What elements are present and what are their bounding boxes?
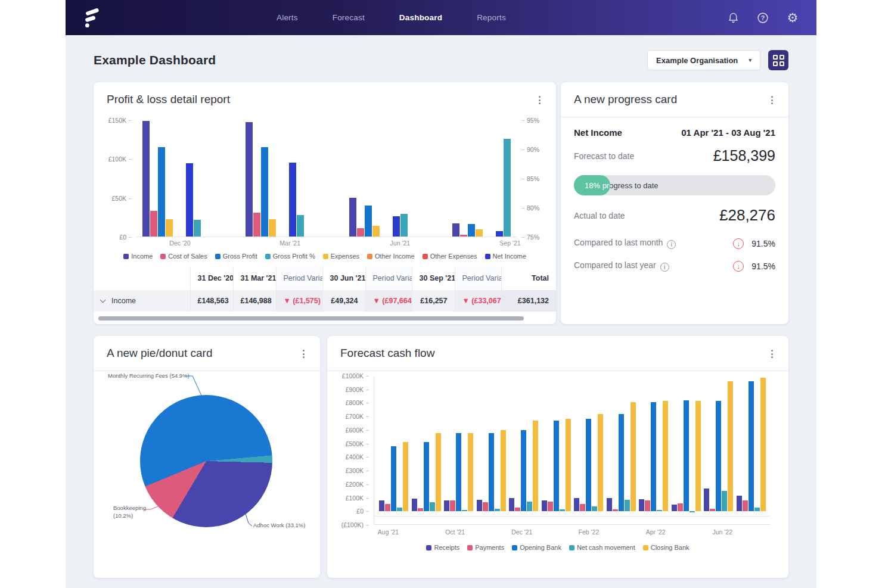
bar-group bbox=[737, 376, 766, 524]
column-header: 30 Jun '21 bbox=[322, 266, 365, 290]
bar-gross-profit bbox=[194, 220, 201, 237]
legend-swatch bbox=[467, 545, 473, 550]
futrli-logo[interactable] bbox=[82, 7, 103, 29]
app-frame: AlertsForecastDashboardReports ? ⚙ Examp… bbox=[66, 0, 816, 588]
pie-chart: Monthly Recurring Fees (54.9%)Bookkeepin… bbox=[94, 371, 320, 571]
bar-income bbox=[349, 198, 356, 237]
y-tick-label: 85% bbox=[521, 175, 539, 182]
legend-item-expenses: Expenses bbox=[323, 253, 359, 260]
legend-item-net-cash-movement: Net cash movement bbox=[569, 544, 635, 551]
bar-group bbox=[452, 139, 511, 237]
row-label[interactable]: Income bbox=[94, 290, 190, 312]
bar-group bbox=[379, 376, 408, 524]
bar-receipts bbox=[672, 505, 677, 511]
table-cell: ▼ (£1,575) bbox=[276, 290, 322, 312]
bar-group bbox=[542, 376, 571, 524]
bar-opening-bank bbox=[749, 381, 754, 511]
pnl-right-axis: 95%90%85%80%75% bbox=[519, 120, 543, 237]
logo-mark-icon bbox=[82, 7, 100, 29]
bar-gross-profit bbox=[504, 139, 511, 237]
down-arrow-icon: ↓ bbox=[733, 261, 744, 272]
x-tick-label: Sep '21 bbox=[459, 239, 518, 248]
bar-expenses bbox=[269, 219, 276, 237]
dashboard-grid-button[interactable] bbox=[768, 50, 788, 70]
table-cell: ▼ (£33,067) bbox=[455, 290, 501, 312]
bar-payments bbox=[483, 502, 488, 511]
bar-opening-bank bbox=[586, 419, 591, 512]
nav-link-dashboard[interactable]: Dashboard bbox=[399, 13, 442, 22]
info-icon[interactable]: i bbox=[667, 240, 676, 249]
svg-text:?: ? bbox=[761, 14, 765, 21]
bar-receipts bbox=[639, 499, 644, 512]
info-icon[interactable]: i bbox=[660, 263, 669, 272]
legend-item-other-expenses: Other Expenses bbox=[423, 253, 477, 260]
bar-group bbox=[412, 376, 441, 524]
x-tick-label bbox=[541, 528, 570, 537]
pnl-x-axis: Dec '20Mar '21Jun '21Sep '21 bbox=[129, 239, 518, 248]
y-tick-label: 90% bbox=[521, 146, 539, 153]
bar-receipts bbox=[509, 498, 514, 511]
compared-year-value: 91.5% bbox=[751, 262, 775, 271]
x-tick-label: Apr '22 bbox=[641, 528, 670, 537]
y-tick-label: £150K bbox=[108, 117, 132, 124]
pie-connector-lines bbox=[94, 371, 320, 571]
x-tick-label bbox=[407, 528, 436, 537]
legend-swatch bbox=[323, 254, 328, 259]
bar-net-cash-movement bbox=[495, 509, 500, 512]
y-tick-label: £100K bbox=[108, 155, 132, 163]
bar-gross-profit bbox=[261, 147, 268, 237]
table-cell: £16,257 bbox=[412, 290, 455, 312]
bar-closing-bank bbox=[695, 401, 701, 511]
nav-link-reports[interactable]: Reports bbox=[477, 13, 506, 22]
pie-card-menu-button[interactable] bbox=[299, 347, 308, 361]
legend-swatch bbox=[423, 254, 428, 259]
help-icon[interactable]: ? bbox=[756, 11, 770, 25]
bell-icon[interactable] bbox=[726, 11, 740, 25]
nav-link-alerts[interactable]: Alerts bbox=[277, 13, 298, 22]
organisation-dropdown[interactable]: Example Organisation ▾ bbox=[647, 50, 760, 70]
pnl-chart: £150K£100K£50K£0 95%90%85%80%75% bbox=[107, 120, 543, 237]
cashflow-chart: £1000K£900K£800K£700K£600K£500K£400K£300… bbox=[339, 376, 773, 525]
bar-net-cash-movement bbox=[397, 508, 402, 512]
table-cell: £148,563 bbox=[190, 290, 233, 312]
progress-card: A new progress card Net Income 01 Apr '2… bbox=[561, 82, 788, 324]
progress-metric: Net Income bbox=[574, 127, 622, 138]
bar-closing-bank bbox=[403, 442, 408, 511]
progress-card-menu-button[interactable] bbox=[768, 93, 777, 107]
bar-group bbox=[672, 376, 701, 524]
legend-swatch bbox=[643, 545, 648, 550]
bar-net-cash-movement bbox=[527, 502, 532, 511]
progress-bar-fill: 18% progress to date bbox=[574, 175, 610, 195]
pnl-plot bbox=[136, 120, 517, 237]
column-header bbox=[94, 266, 190, 290]
x-tick-label: Jun '22 bbox=[708, 528, 737, 537]
legend-item-payments: Payments bbox=[467, 544, 504, 551]
bar-net-income bbox=[496, 231, 503, 237]
table-row[interactable]: Income£148,563£146,988▼ (£1,575)£49,324▼… bbox=[94, 290, 556, 312]
settings-icon[interactable]: ⚙ bbox=[785, 11, 800, 25]
pnl-table: 31 Dec '2031 Mar '21Period Variance30 Ju… bbox=[94, 266, 556, 312]
y-tick-label: £300K bbox=[346, 467, 369, 474]
column-header: 31 Dec '20 bbox=[190, 266, 233, 290]
y-tick-label: £0 bbox=[356, 508, 369, 515]
cashflow-plot bbox=[374, 376, 771, 525]
pnl-card-menu-button[interactable] bbox=[535, 93, 544, 107]
table-cell: ▼ (£97,664) bbox=[365, 290, 412, 312]
progress-card-title: A new progress card bbox=[574, 93, 677, 106]
x-tick-label: Aug '21 bbox=[374, 528, 403, 537]
nav-link-forecast[interactable]: Forecast bbox=[333, 13, 365, 22]
cashflow-card-menu-button[interactable] bbox=[768, 347, 777, 361]
actual-to-date-label: Actual to date bbox=[574, 211, 625, 220]
y-tick-label: 95% bbox=[521, 117, 539, 124]
horizontal-scrollbar[interactable] bbox=[98, 316, 524, 321]
bar-closing-bank bbox=[501, 430, 506, 511]
bar-receipts bbox=[477, 500, 482, 512]
compared-month-label: Compared to last month bbox=[574, 238, 663, 247]
legend-swatch bbox=[426, 545, 431, 550]
column-header: 31 Mar '21 bbox=[233, 266, 276, 290]
legend-item-net-income: Net Income bbox=[485, 253, 526, 260]
bar-group bbox=[574, 376, 603, 524]
bar-net-cash-movement bbox=[625, 500, 630, 511]
bar-payments bbox=[743, 500, 748, 511]
legend-swatch bbox=[215, 254, 220, 259]
